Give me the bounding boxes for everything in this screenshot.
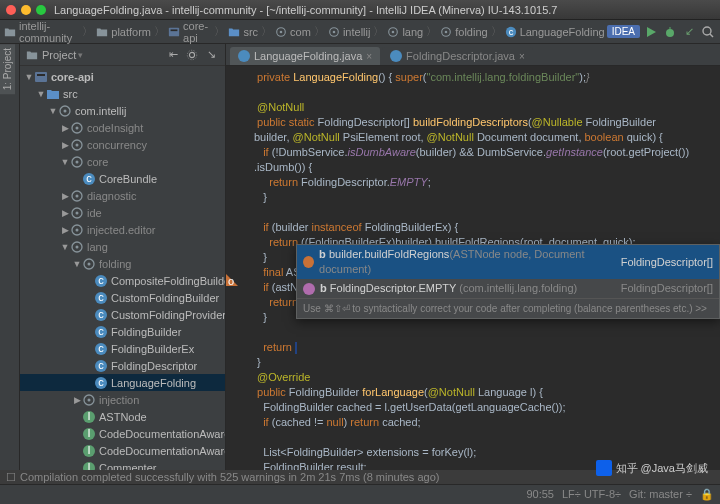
gear-icon[interactable] [184,47,200,63]
vcs-button[interactable]: ↙ [681,24,697,40]
cls-icon [94,274,108,288]
src-icon [46,87,60,101]
tree-node[interactable]: ▶ide [20,204,225,221]
tree-twistie-icon[interactable]: ▶ [60,140,70,150]
tree-node[interactable]: ▶concurrency [20,136,225,153]
minimize-window-icon[interactable] [21,5,31,15]
lock-icon[interactable]: 🔒 [700,488,714,501]
pkg-icon [70,138,84,152]
tree-node[interactable]: FoldingDescriptor [20,357,225,374]
tree-node[interactable]: ▼com.intellij [20,102,225,119]
int-icon [82,461,96,471]
pkg-icon [70,223,84,237]
cls-icon [82,172,96,186]
completion-hint: Use ⌘⇧⏎ to syntactically correct your co… [297,298,719,318]
project-tree[interactable]: ▼core-api▼src▼com.intellij▶codeInsight▶c… [20,66,225,470]
tree-twistie-icon[interactable]: ▼ [48,106,58,116]
pkg-icon [70,206,84,220]
tree-twistie-icon[interactable]: ▶ [72,395,82,405]
int-icon [82,427,96,441]
tree-node[interactable]: Commenter [20,459,225,470]
tree-node[interactable]: CustomFoldingProvider [20,306,225,323]
tree-node[interactable]: FoldingBuilder [20,323,225,340]
cls-icon [94,291,108,305]
tree-twistie-icon[interactable]: ▼ [72,259,82,269]
tree-node[interactable]: FoldingBuilderEx [20,340,225,357]
tree-twistie-icon[interactable]: ▶ [60,123,70,133]
breadcrumb[interactable]: intellij-community〉 platform〉 core-api〉 … [4,20,605,44]
tree-node[interactable]: ▶codeInsight [20,119,225,136]
hide-panel-icon[interactable]: ↘ [203,47,219,63]
tree-node[interactable]: ▼folding [20,255,225,272]
tree-twistie-icon[interactable]: ▼ [36,89,46,99]
completion-item[interactable]: b FoldingDescriptor.EMPTY (com.intellij.… [297,279,719,298]
collapse-all-icon[interactable]: ⇤ [165,47,181,63]
toolbar: intellij-community〉 platform〉 core-api〉 … [0,20,720,44]
package-icon [387,26,399,38]
pkg-icon [70,121,84,135]
code-editor[interactable]: private LanguageFolding() { super("com.i… [226,66,720,470]
cls-icon [94,359,108,373]
cls-icon [94,325,108,339]
tree-node[interactable]: LanguageFolding [20,374,225,391]
tree-node[interactable]: ASTNode [20,408,225,425]
folder-icon [26,49,38,61]
project-tool-label[interactable]: 1: Project [0,44,15,94]
package-icon [328,26,340,38]
tree-twistie-icon[interactable]: ▶ [60,225,70,235]
project-panel: Project ▾ ⇤ ↘ ▼core-api▼src▼com.intellij… [20,44,226,470]
tree-node[interactable]: CodeDocumentationAwareCom [20,425,225,442]
build-message: Compilation completed successfully with … [20,471,439,483]
window-titlebar: LanguageFolding.java - intellij-communit… [0,0,720,20]
tree-node[interactable]: CoreBundle [20,170,225,187]
cls-icon [94,342,108,356]
close-tab-icon[interactable]: × [366,51,372,62]
zoom-window-icon[interactable] [36,5,46,15]
pkg-icon [70,189,84,203]
tree-twistie-icon[interactable]: ▼ [24,72,34,82]
tree-twistie-icon[interactable]: ▶ [60,208,70,218]
tree-node[interactable]: ▼lang [20,238,225,255]
override-gutter-icon[interactable] [226,274,238,286]
tree-twistie-icon[interactable]: ▶ [60,191,70,201]
chevron-down-icon[interactable]: ▾ [78,50,83,60]
class-icon [238,50,250,62]
panel-title: Project [42,49,76,61]
int-icon [82,410,96,424]
cls-icon [94,308,108,322]
tree-node[interactable]: ▶injection [20,391,225,408]
tree-twistie-icon[interactable]: ▼ [60,157,70,167]
completion-popup[interactable]: b builder.buildFoldRegions(ASTNode node,… [296,244,720,319]
tab-folding-descriptor[interactable]: FoldingDescriptor.java × [382,47,533,65]
tree-node[interactable]: CompositeFoldingBuilder [20,272,225,289]
git-branch[interactable]: Git: master ÷ [629,488,692,501]
run-config-selector[interactable]: IDEA [607,25,640,38]
package-icon [440,26,452,38]
pkg-icon [82,257,96,271]
tree-node[interactable]: ▼core-api [20,68,225,85]
class-icon [505,26,517,38]
close-window-icon[interactable] [6,5,16,15]
search-button[interactable] [700,24,716,40]
tree-node[interactable]: ▼core [20,153,225,170]
completion-item[interactable]: b builder.buildFoldRegions(ASTNode node,… [297,245,719,279]
cls-icon [94,376,108,390]
pkg-icon [58,104,72,118]
folder-icon [96,26,108,38]
close-tab-icon[interactable]: × [519,51,525,62]
tree-twistie-icon[interactable]: ▼ [60,242,70,252]
tree-node[interactable]: ▶injected.editor [20,221,225,238]
status-bar: 90:55 LF÷ UTF-8÷ Git: master ÷ 🔒 [0,484,720,504]
window-title: LanguageFolding.java - intellij-communit… [54,4,557,16]
run-button[interactable] [643,24,659,40]
watermark: 知乎 @Java马剑威 [596,460,708,476]
tree-node[interactable]: CustomFoldingBuilder [20,289,225,306]
tree-node[interactable]: ▶diagnostic [20,187,225,204]
debug-button[interactable] [662,24,678,40]
left-gutter[interactable]: 1: Project [0,44,20,470]
tab-language-folding[interactable]: LanguageFolding.java × [230,47,380,65]
line-ending[interactable]: LF÷ UTF-8÷ [562,488,621,501]
tree-node[interactable]: ▼src [20,85,225,102]
tree-node[interactable]: CodeDocumentationAwareCom [20,442,225,459]
caret-position[interactable]: 90:55 [526,488,554,501]
